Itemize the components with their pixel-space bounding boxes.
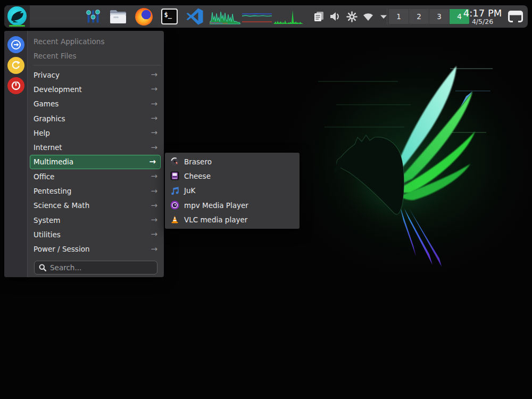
settings-gear-icon[interactable] bbox=[346, 5, 358, 28]
menu-category-item[interactable]: Science & Math → bbox=[28, 198, 164, 213]
submenu-item-label: Brasero bbox=[184, 157, 212, 166]
submenu-arrow-icon: → bbox=[151, 144, 157, 152]
menu-category-item[interactable]: Games → bbox=[28, 97, 164, 111]
submenu-item-cheese[interactable]: Cheese bbox=[165, 169, 300, 183]
submenu-arrow-icon: → bbox=[151, 245, 157, 253]
menu-category-label: Help bbox=[34, 129, 50, 137]
category-list: Privacy → Development → Games → Graphics… bbox=[28, 68, 164, 256]
submenu-arrow-icon: → bbox=[149, 158, 156, 166]
cheese-icon bbox=[170, 171, 179, 180]
search-box[interactable] bbox=[34, 261, 157, 275]
desktop: $_ bbox=[0, 0, 532, 399]
app-launcher-button[interactable] bbox=[4, 5, 30, 28]
brasero-icon bbox=[170, 157, 179, 166]
recent-files-item[interactable]: Recent Files bbox=[28, 48, 164, 63]
submenu-arrow-icon: → bbox=[151, 202, 157, 210]
submenu-arrow-icon: → bbox=[151, 85, 157, 93]
menu-category-label: Multimedia bbox=[34, 157, 73, 166]
menu-category-label: Utilities bbox=[34, 230, 61, 239]
top-panel: $_ bbox=[4, 5, 528, 28]
recent-applications-item[interactable]: Recent Applications bbox=[28, 34, 164, 48]
shutdown-icon bbox=[11, 80, 21, 91]
network-graph bbox=[273, 8, 303, 25]
menu-category-label: Power / Session bbox=[34, 245, 89, 253]
menu-category-item[interactable]: System → bbox=[28, 213, 164, 227]
clock-time: 4:17 PM bbox=[463, 8, 502, 18]
submenu-arrow-icon: → bbox=[151, 71, 157, 79]
session-sidebar bbox=[4, 31, 28, 277]
restart-button[interactable] bbox=[7, 57, 24, 74]
pager-separator bbox=[387, 9, 387, 24]
clock-date: 4/5/26 bbox=[472, 18, 493, 26]
search-icon bbox=[39, 264, 46, 271]
pager: 1234 bbox=[389, 9, 469, 24]
system-tray bbox=[313, 5, 388, 28]
submenu-arrow-icon: → bbox=[151, 100, 157, 108]
juk-icon bbox=[170, 186, 179, 195]
menu-category-item[interactable]: Privacy → bbox=[28, 68, 164, 82]
terminal-glyph: $_ bbox=[161, 9, 178, 24]
application-menu: Recent Applications Recent Files Privacy… bbox=[4, 31, 164, 277]
vscode-icon[interactable] bbox=[185, 7, 204, 26]
menu-category-label: Graphics bbox=[34, 114, 65, 123]
system-monitor bbox=[210, 8, 303, 25]
recent-files-label: Recent Files bbox=[34, 52, 77, 60]
menu-category-item[interactable]: Utilities → bbox=[28, 227, 164, 242]
vlc-icon bbox=[170, 215, 179, 224]
mpv-icon bbox=[170, 201, 179, 210]
shutdown-button[interactable] bbox=[7, 77, 24, 94]
menu-category-item[interactable]: Graphics → bbox=[28, 111, 164, 126]
logout-button[interactable] bbox=[7, 36, 24, 53]
submenu-item-mpv[interactable]: mpv Media Player bbox=[165, 198, 300, 212]
cpu-graph bbox=[210, 8, 240, 25]
submenu-arrow-icon: → bbox=[151, 172, 157, 180]
firefox-icon[interactable] bbox=[134, 7, 153, 26]
submenu-arrow-icon: → bbox=[151, 230, 157, 238]
menu-category-label: Games bbox=[34, 99, 59, 108]
submenu-arrow-icon: → bbox=[151, 114, 157, 122]
clipboard-icon[interactable] bbox=[313, 5, 325, 28]
volume-icon[interactable] bbox=[329, 5, 341, 28]
multimedia-submenu: Brasero Cheese bbox=[165, 153, 300, 229]
workspace-button[interactable]: 1 bbox=[389, 9, 409, 24]
submenu-item-label: mpv Media Player bbox=[184, 201, 248, 210]
submenu-item-vlc[interactable]: VLC media player bbox=[165, 212, 300, 227]
memory-graph bbox=[242, 8, 272, 25]
recent-applications-label: Recent Applications bbox=[34, 37, 104, 46]
menu-category-item[interactable]: Multimedia → bbox=[30, 155, 161, 169]
menu-content: Recent Applications Recent Files Privacy… bbox=[28, 31, 164, 277]
workspace-button[interactable]: 3 bbox=[429, 9, 449, 24]
workspace-button[interactable]: 2 bbox=[409, 9, 429, 24]
wifi-icon[interactable] bbox=[362, 5, 374, 28]
launcher-active-indicator bbox=[9, 25, 25, 27]
menu-separator bbox=[34, 65, 161, 65]
file-manager-icon[interactable] bbox=[109, 7, 128, 26]
search-input[interactable] bbox=[50, 263, 153, 272]
menu-category-item[interactable]: Development → bbox=[28, 82, 164, 96]
submenu-item-label: JuK bbox=[184, 186, 195, 195]
logout-icon bbox=[11, 39, 21, 50]
submenu-arrow-icon: → bbox=[151, 216, 157, 224]
submenu-item-juk[interactable]: JuK bbox=[165, 184, 300, 198]
menu-category-item[interactable]: Help → bbox=[28, 126, 164, 140]
menu-category-item[interactable]: Power / Session → bbox=[28, 242, 164, 256]
terminal-icon[interactable]: $_ bbox=[160, 7, 179, 26]
menu-category-label: System bbox=[34, 216, 60, 225]
submenu-arrow-icon: → bbox=[151, 187, 157, 195]
submenu-item-label: VLC media player bbox=[184, 215, 247, 224]
clock-widget[interactable]: 4:17 PM 4/5/26 bbox=[462, 5, 503, 28]
menu-category-item[interactable]: Pentesting → bbox=[28, 184, 164, 198]
menu-category-label: Internet bbox=[34, 143, 62, 152]
settings-sliders-icon[interactable] bbox=[84, 7, 103, 26]
menu-category-label: Science & Math bbox=[34, 201, 89, 210]
show-desktop-button[interactable] bbox=[504, 5, 527, 28]
menu-category-item[interactable]: Office → bbox=[28, 169, 164, 184]
menu-category-item[interactable]: Internet → bbox=[28, 140, 164, 154]
submenu-item-brasero[interactable]: Brasero bbox=[165, 154, 300, 169]
menu-category-label: Privacy bbox=[34, 71, 60, 79]
menu-category-label: Development bbox=[34, 85, 82, 94]
restart-icon bbox=[11, 60, 21, 71]
show-desktop-icon bbox=[508, 11, 523, 22]
submenu-arrow-icon: → bbox=[151, 129, 157, 137]
submenu-item-label: Cheese bbox=[184, 172, 211, 180]
